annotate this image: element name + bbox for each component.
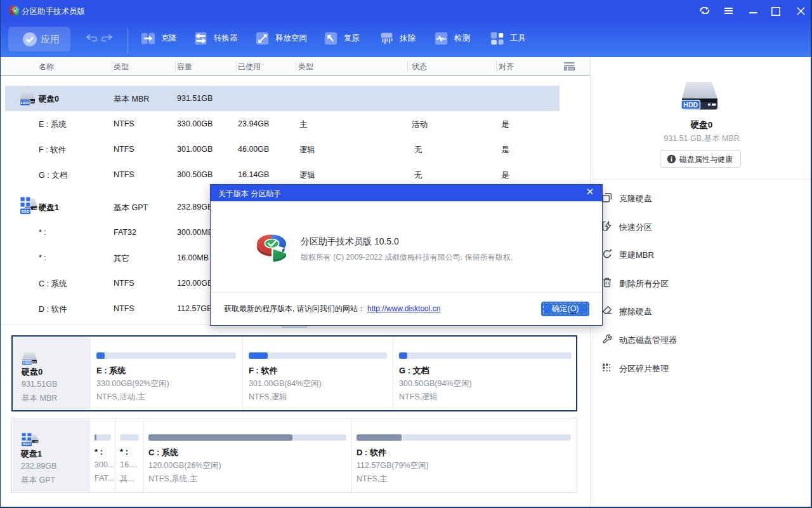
svg-text:HDD: HDD bbox=[21, 100, 30, 105]
svg-text:SSD: SSD bbox=[23, 443, 31, 446]
svg-text:SSD: SSD bbox=[22, 209, 30, 213]
svg-text:HDD: HDD bbox=[683, 101, 698, 109]
svg-text:HDD: HDD bbox=[23, 361, 31, 364]
